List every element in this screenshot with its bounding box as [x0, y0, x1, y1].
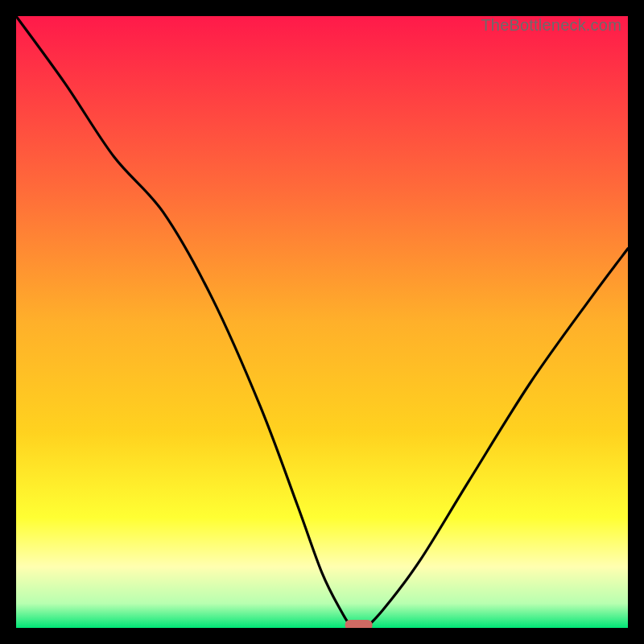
minimum-marker	[345, 620, 373, 628]
watermark-text: TheBottleneck.com	[481, 16, 621, 35]
chart-frame: TheBottleneck.com	[16, 16, 628, 628]
chart-svg	[16, 16, 628, 628]
gradient-background	[16, 16, 628, 628]
